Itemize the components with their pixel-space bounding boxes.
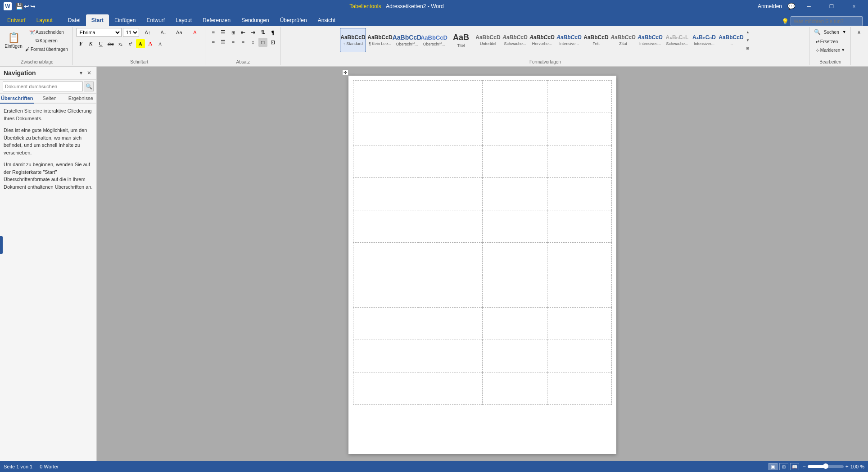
- replace-button[interactable]: ⇄ Ersetzen: [814, 37, 840, 45]
- label-cell[interactable]: [418, 372, 483, 405]
- close-btn[interactable]: ×: [844, 0, 864, 13]
- label-cell[interactable]: [418, 81, 483, 113]
- style-emphasis[interactable]: AaBbCcD Hervorhe...: [529, 28, 555, 52]
- label-cell[interactable]: [418, 243, 483, 275]
- nav-search-submit[interactable]: 🔍: [84, 82, 94, 91]
- label-cell[interactable]: [547, 243, 612, 275]
- label-cell[interactable]: [547, 81, 612, 113]
- label-cell[interactable]: [483, 372, 547, 405]
- bold-button[interactable]: F: [77, 39, 86, 48]
- highlight-button[interactable]: A: [136, 39, 145, 48]
- style-intense-ref[interactable]: AaBbCcD Intensiver...: [691, 28, 717, 52]
- sort-button[interactable]: ⇅: [258, 28, 267, 37]
- zoom-slider-thumb[interactable]: [823, 463, 828, 469]
- label-cell[interactable]: [418, 178, 483, 210]
- strikethrough-button[interactable]: abc: [106, 39, 115, 48]
- style-strong[interactable]: AaBbCcD Fett: [583, 28, 609, 52]
- search-button[interactable]: Suchen: [822, 28, 841, 36]
- ribbon-tab-context-entwurf[interactable]: Entwurf: [2, 14, 31, 26]
- restore-btn[interactable]: ❐: [821, 0, 842, 13]
- style-subtle-emph[interactable]: AaBbCcD Schwache...: [502, 28, 528, 52]
- label-cell[interactable]: [547, 275, 612, 308]
- line-spacing-button[interactable]: ↕: [249, 38, 258, 47]
- align-left-button[interactable]: ≡: [209, 38, 218, 47]
- label-cell[interactable]: [353, 145, 418, 178]
- label-cell[interactable]: [418, 113, 483, 145]
- ribbon-tab-context-layout[interactable]: Layout: [31, 14, 58, 26]
- label-cell[interactable]: [483, 243, 547, 275]
- label-cell[interactable]: [547, 340, 612, 372]
- show-para-button[interactable]: ¶: [268, 28, 277, 37]
- nav-tab-pages[interactable]: Seiten: [34, 94, 65, 104]
- print-layout-btn[interactable]: ▣: [769, 463, 778, 470]
- label-cell[interactable]: [353, 340, 418, 372]
- undo-btn[interactable]: ↩: [24, 3, 29, 10]
- label-cell[interactable]: [547, 308, 612, 340]
- label-cell[interactable]: [353, 81, 418, 113]
- save-btn[interactable]: 💾: [15, 3, 23, 10]
- shading-button[interactable]: □: [258, 38, 267, 47]
- underline-button[interactable]: U: [96, 39, 105, 48]
- nav-close-button[interactable]: ✕: [86, 69, 93, 77]
- mark-button[interactable]: ⊹ Markieren ▼: [814, 46, 847, 54]
- label-cell[interactable]: [418, 210, 483, 243]
- nav-search-input[interactable]: [3, 82, 83, 91]
- scroll-up-icon[interactable]: ▲: [745, 30, 750, 34]
- scroll-down-icon[interactable]: ▼: [745, 38, 750, 42]
- label-cell[interactable]: [547, 372, 612, 405]
- label-cell[interactable]: [483, 178, 547, 210]
- cut-button[interactable]: ✂️ Ausschneiden: [23, 28, 70, 36]
- label-cell[interactable]: [353, 210, 418, 243]
- label-cell[interactable]: [547, 178, 612, 210]
- label-cell[interactable]: [483, 275, 547, 308]
- font-color-button[interactable]: A: [146, 39, 155, 48]
- label-cell[interactable]: [353, 243, 418, 275]
- label-cell[interactable]: [418, 340, 483, 372]
- zoom-in-btn[interactable]: +: [845, 463, 849, 470]
- doc-area[interactable]: ✛: [97, 67, 868, 461]
- style-intense-emph[interactable]: AaBbCcD Intensive...: [556, 28, 582, 52]
- label-cell[interactable]: [418, 275, 483, 308]
- dropdown-icon[interactable]: ▼: [842, 30, 846, 34]
- ribbon-tab-ansicht[interactable]: Ansicht: [312, 14, 341, 26]
- label-cell[interactable]: [353, 178, 418, 210]
- collapse-ribbon-button[interactable]: ∧: [852, 28, 866, 36]
- label-cell[interactable]: [483, 308, 547, 340]
- align-center-button[interactable]: ☰: [219, 38, 228, 47]
- mark-dropdown-icon[interactable]: ▼: [841, 48, 845, 52]
- ribbon-tab-layout[interactable]: Layout: [170, 14, 197, 26]
- label-cell[interactable]: [353, 308, 418, 340]
- ribbon-tab-referenzen[interactable]: Referenzen: [197, 14, 236, 26]
- redo-btn[interactable]: ↪: [30, 3, 36, 10]
- paste-button[interactable]: 📋 Einfügen: [5, 28, 23, 52]
- label-cell[interactable]: [547, 145, 612, 178]
- style-no-space[interactable]: AaBbCcD ¶ Kein Lee...: [367, 28, 393, 52]
- label-cell[interactable]: [483, 340, 547, 372]
- nav-tab-headings[interactable]: Überschriften: [0, 94, 34, 104]
- signin-btn[interactable]: Anmelden: [758, 3, 782, 9]
- label-cell[interactable]: [547, 113, 612, 145]
- style-standard[interactable]: AaBbCcD ↑ Standard: [340, 28, 366, 52]
- style-subtle-ref[interactable]: AaBbCcL Schwache...: [664, 28, 690, 52]
- clear-format-button[interactable]: A: [188, 28, 202, 36]
- ribbon-tab-sendungen[interactable]: Sendungen: [236, 14, 274, 26]
- ribbon-tab-entwurf[interactable]: Entwurf: [141, 14, 170, 26]
- superscript-button[interactable]: x²: [126, 39, 135, 48]
- multilevel-list-button[interactable]: ⊞: [229, 28, 238, 37]
- subscript-button[interactable]: x₂: [116, 39, 125, 48]
- ribbon-tab-einfuegen[interactable]: Einfügen: [109, 14, 141, 26]
- label-cell[interactable]: [483, 145, 547, 178]
- label-cell[interactable]: [547, 210, 612, 243]
- nav-settings-button[interactable]: ▾: [78, 69, 84, 77]
- shrink-font-button[interactable]: A↓: [156, 28, 171, 36]
- comment-icon[interactable]: 💬: [787, 3, 795, 10]
- label-cell[interactable]: [353, 275, 418, 308]
- label-cell[interactable]: [483, 210, 547, 243]
- ribbon-tab-datei[interactable]: Datei: [63, 14, 86, 26]
- italic-button[interactable]: K: [86, 39, 95, 48]
- style-h2[interactable]: AaBbCcD Überschrif...: [421, 28, 447, 52]
- border-button[interactable]: ⊡: [268, 38, 277, 47]
- read-mode-btn[interactable]: 📖: [790, 463, 799, 470]
- align-right-button[interactable]: ≡: [229, 38, 238, 47]
- text-effects-button[interactable]: A: [156, 39, 165, 48]
